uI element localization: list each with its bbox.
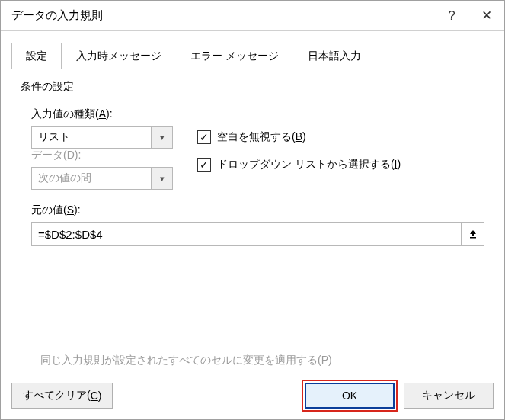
chevron-down-icon: ▾ xyxy=(160,174,165,184)
source-input[interactable]: =$D$2:$D$4 xyxy=(31,222,462,246)
data-combo-button: ▾ xyxy=(151,168,172,189)
check-icon: ✓ xyxy=(197,130,211,144)
apply-all-checkbox: ✓ 同じ入力規則が設定されたすべてのセルに変更を適用する(P) xyxy=(21,354,484,367)
ignore-blank-checkbox[interactable]: ✓ 空白を無視する(B) xyxy=(197,130,306,144)
apply-all-label: 同じ入力規則が設定されたすべてのセルに変更を適用する(P) xyxy=(40,354,332,367)
allow-label-suffix: ): xyxy=(106,107,113,120)
check-icon: ✓ xyxy=(197,158,211,172)
dialog-window: データの入力規則 ? ✕ 設定 入力時メッセージ エラー メッセージ 日本語入力… xyxy=(0,0,505,420)
in-cell-dropdown-label: ドロップダウン リストから選択する(I) xyxy=(217,158,401,172)
ok-button[interactable]: OK xyxy=(305,383,395,409)
tab-error-message[interactable]: エラー メッセージ xyxy=(176,43,293,69)
source-label-key: S xyxy=(67,204,74,216)
source-label: 元の値(S): xyxy=(31,204,484,217)
tab-input-message[interactable]: 入力時メッセージ xyxy=(62,43,176,69)
checkbox-empty-icon: ✓ xyxy=(21,354,34,367)
svg-rect-0 xyxy=(470,237,476,239)
titlebar: データの入力規則 ? ✕ xyxy=(1,1,504,31)
tablist: 設定 入力時メッセージ エラー メッセージ 日本語入力 xyxy=(11,42,494,69)
allow-label-key: A xyxy=(99,107,106,120)
tab-input-message-label: 入力時メッセージ xyxy=(76,50,161,62)
close-icon: ✕ xyxy=(481,8,492,24)
dialog-body: 条件の設定 入力値の種類(A): リスト ▾ ✓ 空白を無視する(B) ✓ xyxy=(1,69,504,375)
allow-label-prefix: 入力値の種類( xyxy=(31,107,99,120)
allow-combo-value: リスト xyxy=(32,127,151,148)
source-input-value: =$D$2:$D$4 xyxy=(38,228,103,241)
ok-button-label: OK xyxy=(342,390,357,402)
ignore-blank-label: 空白を無視する(B) xyxy=(217,130,306,144)
range-select-button[interactable] xyxy=(462,222,484,246)
allow-label: 入力値の種類(A): xyxy=(31,107,484,121)
tab-settings[interactable]: 設定 xyxy=(11,43,62,69)
in-cell-dropdown-checkbox[interactable]: ✓ ドロップダウン リストから選択する(I) xyxy=(197,158,401,172)
tab-ime[interactable]: 日本語入力 xyxy=(293,43,376,69)
criteria-group-label: 条件の設定 xyxy=(21,80,74,92)
allow-combo-button[interactable]: ▾ xyxy=(151,127,172,148)
criteria-group: 条件の設定 入力値の種類(A): リスト ▾ ✓ 空白を無視する(B) ✓ xyxy=(21,80,484,348)
range-select-icon xyxy=(467,228,479,240)
help-icon: ? xyxy=(448,8,455,24)
data-combo-value: 次の値の間 xyxy=(32,168,151,189)
cancel-button[interactable]: キャンセル xyxy=(404,383,494,409)
source-label-prefix: 元の値( xyxy=(31,204,67,216)
tab-settings-label: 設定 xyxy=(26,50,47,62)
clear-all-button[interactable]: すべてクリア(C) xyxy=(11,383,113,409)
source-label-suffix: ): xyxy=(74,204,81,216)
help-button[interactable]: ? xyxy=(434,1,469,31)
data-combo: 次の値の間 ▾ xyxy=(31,167,173,190)
close-button[interactable]: ✕ xyxy=(469,1,504,31)
tab-error-message-label: エラー メッセージ xyxy=(190,50,279,62)
cancel-button-label: キャンセル xyxy=(422,389,475,402)
chevron-down-icon: ▾ xyxy=(160,133,165,143)
dialog-title: データの入力規則 xyxy=(11,8,434,23)
allow-combo[interactable]: リスト ▾ xyxy=(31,126,173,149)
tab-ime-label: 日本語入力 xyxy=(308,50,361,62)
dialog-footer: すべてクリア(C) OK キャンセル xyxy=(1,375,504,419)
group-divider xyxy=(80,88,484,88)
